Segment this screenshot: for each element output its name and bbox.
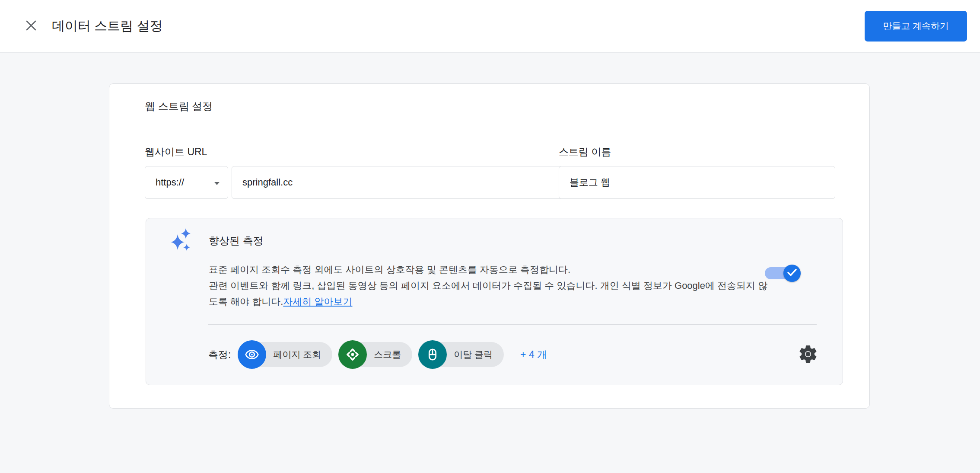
page-title: 데이터 스트림 설정 xyxy=(52,17,163,35)
stream-name-group: 스트림 이름 xyxy=(559,145,835,199)
stream-name-label: 스트림 이름 xyxy=(559,145,835,159)
settings-gear-button[interactable] xyxy=(797,343,819,366)
eye-icon xyxy=(238,340,266,369)
card-title: 웹 스트림 설정 xyxy=(145,99,213,113)
website-url-group: 웹사이트 URL https:// xyxy=(145,145,567,199)
protocol-select[interactable]: https:// xyxy=(145,166,228,199)
chip-page-view: 페이지 조회 xyxy=(238,340,332,369)
enhanced-measurement-title: 향상된 측정 xyxy=(209,234,264,248)
enhanced-measurement-card: 향상된 측정 표준 페이지 조회수 측정 외에도 사이트의 상호작용 및 콘텐츠… xyxy=(146,218,843,385)
scroll-icon xyxy=(338,340,367,369)
create-continue-button[interactable]: 만들고 계속하기 xyxy=(865,11,967,42)
measurement-label: 측정: xyxy=(208,348,231,361)
sparkle-icon xyxy=(170,228,193,256)
learn-more-link[interactable]: 자세히 알아보기 xyxy=(283,296,352,307)
description-line: 도록 해야 합니다.자세히 알아보기 xyxy=(209,294,767,310)
top-bar: 데이터 스트림 설정 만들고 계속하기 xyxy=(0,0,980,53)
check-icon xyxy=(787,268,797,278)
gear-icon xyxy=(798,344,818,366)
mouse-icon xyxy=(418,340,447,369)
enhanced-measurement-description: 표준 페이지 조회수 측정 외에도 사이트의 상호작용 및 콘텐츠를 자동으로 … xyxy=(209,262,767,310)
card-header: 웹 스트림 설정 xyxy=(109,84,869,129)
divider xyxy=(208,324,817,325)
toggle-thumb xyxy=(783,265,801,282)
enhanced-measurement-toggle[interactable] xyxy=(765,265,799,282)
close-icon xyxy=(24,18,38,34)
web-stream-card: 웹 스트림 설정 웹사이트 URL https:// 스트림 이름 xyxy=(109,83,870,409)
more-count-link[interactable]: + 4 개 xyxy=(520,348,547,361)
dropdown-caret-icon xyxy=(214,177,220,188)
website-url-input[interactable] xyxy=(232,166,567,199)
chip-outbound-click: 이탈 클릭 xyxy=(418,340,504,369)
stream-name-input[interactable] xyxy=(559,166,835,199)
website-url-label: 웹사이트 URL xyxy=(145,145,567,159)
description-line: 관련 이벤트와 함께 링크, 삽입된 동영상 등의 페이지 요소에서 데이터가 … xyxy=(209,278,767,294)
close-button[interactable] xyxy=(22,16,41,35)
chip-scroll: 스크롤 xyxy=(338,340,412,369)
protocol-value: https:// xyxy=(156,177,184,188)
description-line: 표준 페이지 조회수 측정 외에도 사이트의 상호작용 및 콘텐츠를 자동으로 … xyxy=(209,262,767,278)
measurement-chips-row: 측정: 페이지 조회 xyxy=(208,340,819,369)
